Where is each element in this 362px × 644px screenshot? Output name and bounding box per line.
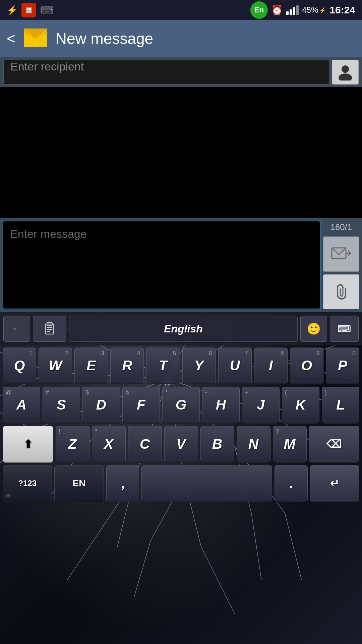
message-input[interactable]: Enter message bbox=[3, 221, 320, 309]
keyboard-language-button[interactable]: English bbox=[69, 316, 298, 342]
message-actions: 160/1 bbox=[323, 221, 359, 309]
clock: 16:24 bbox=[329, 4, 355, 16]
key-U[interactable]: 7U bbox=[218, 347, 252, 384]
key-K[interactable]: (K bbox=[282, 387, 319, 424]
emoji-icon: 🙂 bbox=[307, 322, 321, 335]
send-button[interactable] bbox=[323, 236, 359, 272]
keyboard-status-icon: ⌨ bbox=[40, 5, 54, 16]
key-N[interactable]: N bbox=[237, 426, 270, 463]
key-row-1: 1Q 2W 3E 4R 5T 6Y 7U 8I 9O 0P bbox=[3, 347, 359, 384]
add-contact-button[interactable] bbox=[332, 60, 359, 85]
language-badge: En bbox=[250, 1, 268, 19]
keyboard-back-button[interactable]: ← bbox=[3, 316, 30, 342]
key-G[interactable]: *G bbox=[162, 387, 200, 424]
page-title: New message bbox=[56, 30, 153, 48]
comma-key[interactable]: , bbox=[106, 465, 139, 502]
numbers-switch-key[interactable]: ⚙ ?123 bbox=[3, 465, 52, 502]
key-R[interactable]: 4R bbox=[110, 347, 144, 384]
key-row-3: ⬆ !Z "X C V B N ?M ⌫ bbox=[3, 426, 359, 463]
keyboard-hide-button[interactable]: ⌨ bbox=[330, 316, 359, 342]
key-A[interactable]: @A bbox=[3, 387, 40, 424]
recipient-input[interactable]: Enter recipient bbox=[3, 60, 329, 85]
key-T[interactable]: 5T bbox=[146, 347, 180, 384]
alarm-icon: ⏰ bbox=[271, 5, 283, 16]
key-Q[interactable]: 1Q bbox=[3, 347, 36, 384]
message-input-row: Enter message 160/1 bbox=[0, 218, 362, 312]
key-F[interactable]: &F bbox=[122, 387, 160, 424]
key-L[interactable]: )L bbox=[322, 387, 359, 424]
enter-key[interactable]: ↵ bbox=[310, 465, 359, 502]
key-row-4: ⚙ ?123 EN , . ↵ bbox=[3, 465, 359, 502]
key-S[interactable]: #S bbox=[43, 387, 80, 424]
svg-point-5 bbox=[339, 73, 352, 80]
key-O[interactable]: 9O bbox=[290, 347, 323, 384]
keyboard-toolbar: ← English 🙂 ⌨ bbox=[0, 312, 362, 345]
key-C[interactable]: C bbox=[128, 426, 162, 463]
period-key[interactable]: . bbox=[275, 465, 308, 502]
key-E[interactable]: 3E bbox=[74, 347, 108, 384]
hide-keyboard-icon: ⌨ bbox=[338, 323, 351, 334]
key-P[interactable]: 0P bbox=[326, 347, 359, 384]
svg-point-4 bbox=[342, 65, 349, 73]
keyboard-emoji-button[interactable]: 🙂 bbox=[300, 316, 327, 342]
back-button[interactable]: < bbox=[7, 30, 15, 47]
backspace-key[interactable]: ⌫ bbox=[309, 426, 360, 463]
key-B[interactable]: B bbox=[200, 426, 234, 463]
battery-indicator: 45% ⚡ bbox=[302, 5, 326, 15]
key-Z[interactable]: !Z bbox=[56, 426, 89, 463]
keyboard-back-icon: ← bbox=[12, 323, 21, 334]
keyboard[interactable]: ← English 🙂 ⌨ 1Q 2W 3E 4R 5 bbox=[0, 312, 362, 644]
key-H[interactable]: -H bbox=[202, 387, 240, 424]
space-key[interactable] bbox=[141, 465, 272, 502]
usb-icon: ⚡ bbox=[7, 5, 17, 15]
keyboard-rows: 1Q 2W 3E 4R 5T 6Y 7U 8I 9O 0P @A #S $D &… bbox=[0, 345, 362, 506]
key-J[interactable]: +J bbox=[242, 387, 280, 424]
char-count: 160/1 bbox=[323, 221, 359, 234]
shift-key[interactable]: ⬆ bbox=[3, 426, 53, 463]
broken-glass-app-icon: 🪟 bbox=[21, 3, 36, 17]
key-row-2: @A #S $D &F *G -H +J (K )L bbox=[3, 387, 359, 424]
signal-icon bbox=[286, 5, 299, 15]
status-bar: ⚡ 🪟 ⌨ En ⏰ 45% ⚡ 16:24 bbox=[0, 0, 362, 20]
key-W[interactable]: 2W bbox=[39, 347, 72, 384]
recipient-area: Enter recipient bbox=[0, 57, 362, 87]
language-switch-key[interactable]: EN bbox=[54, 465, 104, 502]
header: < New message bbox=[0, 20, 362, 57]
key-X[interactable]: "X bbox=[92, 426, 126, 463]
key-V[interactable]: V bbox=[164, 426, 198, 463]
key-D[interactable]: $D bbox=[82, 387, 120, 424]
battery-charging-icon: ⚡ bbox=[319, 7, 326, 13]
message-body bbox=[0, 87, 362, 218]
mail-icon bbox=[22, 27, 49, 50]
key-Y[interactable]: 6Y bbox=[182, 347, 216, 384]
key-M[interactable]: ?M bbox=[273, 426, 307, 463]
key-I[interactable]: 8I bbox=[254, 347, 288, 384]
attach-button[interactable] bbox=[323, 274, 359, 310]
keyboard-clipboard-button[interactable] bbox=[33, 316, 66, 342]
